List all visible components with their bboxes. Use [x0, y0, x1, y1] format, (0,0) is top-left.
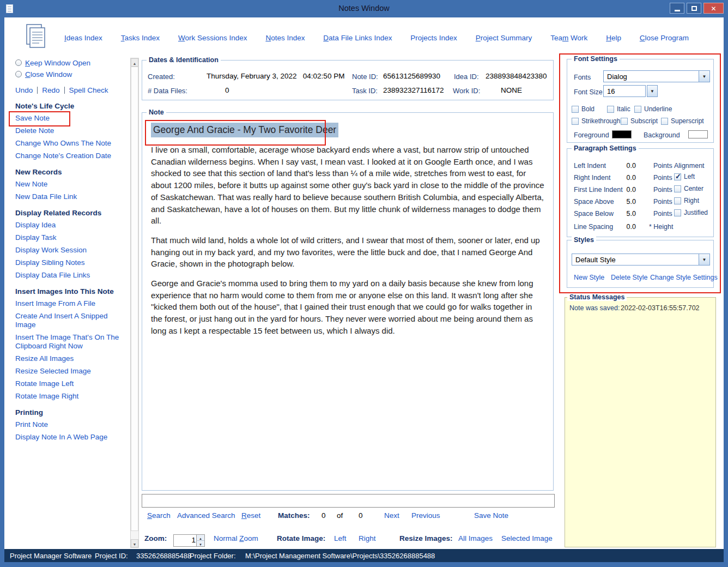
italic-checkbox[interactable]: Italic	[607, 105, 630, 113]
styles-dropdown[interactable]: Default Style	[572, 254, 710, 266]
left-indent-value[interactable]: 0.0	[616, 162, 636, 170]
fonts-label: Fonts	[574, 74, 591, 81]
align-justified-checkbox[interactable]: Justified	[674, 209, 708, 216]
fonts-dropdown[interactable]: Dialog	[603, 70, 710, 82]
first-line-indent-value[interactable]: 0.0	[616, 186, 636, 194]
sidebar-item-display-data-file-links[interactable]: Display Data File Links	[15, 271, 128, 280]
work-id-label: Work ID:	[453, 87, 480, 95]
sidebar-item-rotate-image-left[interactable]: Rotate Image Left	[15, 379, 128, 388]
delete-style-link[interactable]: Delete Style	[611, 274, 647, 281]
nav-close-program[interactable]: Close Program	[640, 34, 689, 42]
underline-checkbox[interactable]: Underline	[634, 105, 672, 113]
chevron-down-icon[interactable]	[699, 71, 709, 82]
nav-project-summary[interactable]: Project Summary	[476, 34, 532, 42]
font-size-label: Font Size	[574, 88, 603, 96]
nav-work-sessions-index[interactable]: Work Sessions Index	[178, 34, 247, 42]
space-below-value[interactable]: 5.0	[616, 210, 636, 218]
styles-legend: Styles	[572, 236, 596, 244]
nav-data-file-links-index[interactable]: Data File Links Index	[323, 34, 392, 42]
sidebar-item-delete-note[interactable]: Delete Note	[15, 126, 128, 135]
search-input[interactable]	[142, 494, 555, 508]
checkbox-icon	[674, 209, 681, 216]
sidebar-item-display-work-session[interactable]: Display Work Session	[15, 246, 128, 255]
background-color-swatch[interactable]	[688, 130, 708, 138]
vertical-scrollbar[interactable]	[130, 58, 139, 548]
right-indent-value[interactable]: 0.0	[616, 174, 636, 182]
note-title-selected-text[interactable]: George And Gracie - My Two Favorite Deer	[151, 123, 338, 137]
sidebar-item-resize-all-images[interactable]: Resize All Images	[15, 354, 128, 363]
subscript-checkbox[interactable]: Subscript	[621, 117, 658, 125]
space-above-value[interactable]: 5.0	[616, 198, 636, 206]
advanced-search-link[interactable]: Advanced Search	[177, 511, 235, 520]
superscript-checkbox[interactable]: Superscript	[661, 117, 704, 125]
nav-help[interactable]: Help	[606, 34, 621, 42]
maximize-button[interactable]	[687, 3, 701, 14]
foreground-color-swatch[interactable]	[612, 130, 632, 138]
new-style-link[interactable]: New Style	[574, 274, 604, 281]
align-center-checkbox[interactable]: Center	[674, 185, 703, 192]
note-paragraph: George and Gracie's momma used to bring …	[151, 278, 545, 337]
note-id-value: 65613125689930	[383, 72, 440, 80]
sidebar-item-create-and-insert-a-snipped-image[interactable]: Create And Insert A Snipped Image	[15, 312, 128, 329]
all-images-link[interactable]: All Images	[458, 534, 493, 542]
rotate-right-link[interactable]: Right	[359, 534, 376, 542]
sidebar-item-new-note[interactable]: New Note	[15, 180, 128, 189]
close-button[interactable]	[703, 3, 724, 14]
sidebar-item-display-note-in-a-web-page[interactable]: Display Note In A Web Page	[15, 433, 128, 442]
next-link[interactable]: Next	[384, 511, 399, 520]
right-indent-label: Right Indent	[574, 174, 610, 182]
nav-projects-index[interactable]: Projects Index	[410, 34, 457, 42]
align-right-checkbox[interactable]: Right	[674, 197, 699, 204]
undo-link[interactable]: Undo	[15, 86, 33, 94]
font-size-dropdown-button[interactable]	[647, 85, 658, 97]
spinner-down-button[interactable]	[196, 541, 204, 547]
rotate-left-link[interactable]: Left	[334, 534, 347, 542]
sidebar-item-insert-clipboard-image[interactable]: Insert The Image That's On The Clipboard…	[15, 333, 128, 351]
radio-keep-window-open[interactable]: Keep Window Open	[15, 59, 128, 67]
sidebar-item-display-sibling-notes[interactable]: Display Sibling Notes	[15, 258, 128, 267]
redo-link[interactable]: Redo	[42, 86, 59, 94]
checkbox-label: Superscript	[671, 117, 704, 125]
nav-tasks-index[interactable]: Tasks Index	[121, 34, 160, 42]
nav-team-work[interactable]: Team Work	[550, 34, 587, 42]
align-left-checkbox[interactable]: Left	[674, 173, 695, 180]
reset-link[interactable]: Reset	[241, 511, 260, 520]
strikethrough-checkbox[interactable]: Strikethrough	[572, 117, 620, 125]
previous-link[interactable]: Previous	[411, 511, 440, 520]
sidebar-item-insert-image-from-a-file[interactable]: Insert Image From A File	[15, 299, 128, 308]
created-label: Created:	[148, 73, 175, 81]
scrollbar-thumb[interactable]	[131, 67, 138, 531]
note-group[interactable]: Note George And Gracie - My Two Favorite…	[142, 112, 554, 491]
sidebar-item-new-data-file-link[interactable]: New Data File Link	[15, 192, 128, 201]
zoom-value[interactable]: 1	[174, 536, 196, 544]
change-style-settings-link[interactable]: Change Style Settings	[650, 274, 718, 281]
sidebar-item-save-note[interactable]: Save Note	[15, 114, 128, 123]
bold-checkbox[interactable]: Bold	[572, 105, 594, 113]
top-navigation: Ideas Index Tasks Index Work Sessions In…	[64, 34, 689, 42]
spell-check-link[interactable]: Spell Check	[69, 86, 108, 94]
sidebar-item-resize-selected-image[interactable]: Resize Selected Image	[15, 367, 128, 376]
line-spacing-value[interactable]: 0.0	[616, 223, 636, 231]
scroll-up-button[interactable]	[131, 58, 138, 67]
data-files-label: # Data Files:	[148, 87, 187, 95]
selected-image-link[interactable]: Selected Image	[501, 534, 553, 542]
sidebar-item-change-notes-creation-date[interactable]: Change Note's Creation Date	[15, 152, 128, 160]
nav-ideas-index[interactable]: Ideas Index	[64, 34, 102, 42]
radio-close-window[interactable]: Close Window	[15, 70, 128, 78]
sidebar-item-display-task[interactable]: Display Task	[15, 233, 128, 242]
zoom-spinner[interactable]: 1	[173, 534, 205, 547]
save-note-link[interactable]: Save Note	[474, 511, 508, 520]
nav-notes-index[interactable]: Notes Index	[265, 34, 305, 42]
resize-images-label: Resize Images:	[399, 534, 453, 542]
note-editor[interactable]: George And Gracie - My Two Favorite Deer…	[151, 123, 545, 345]
sidebar-item-rotate-image-right[interactable]: Rotate Image Right	[15, 392, 128, 401]
font-size-field[interactable]: 16	[603, 85, 646, 97]
normal-zoom-link[interactable]: Normal Zoom	[214, 534, 258, 542]
sidebar-item-print-note[interactable]: Print Note	[15, 420, 128, 429]
sidebar-item-display-idea[interactable]: Display Idea	[15, 221, 128, 230]
of-label: of	[337, 511, 343, 520]
chevron-down-icon[interactable]	[699, 254, 709, 265]
minimize-button[interactable]	[670, 3, 684, 14]
sidebar-item-change-who-owns-the-note[interactable]: Change Who Owns The Note	[15, 139, 128, 148]
search-link[interactable]: Search	[147, 511, 171, 520]
